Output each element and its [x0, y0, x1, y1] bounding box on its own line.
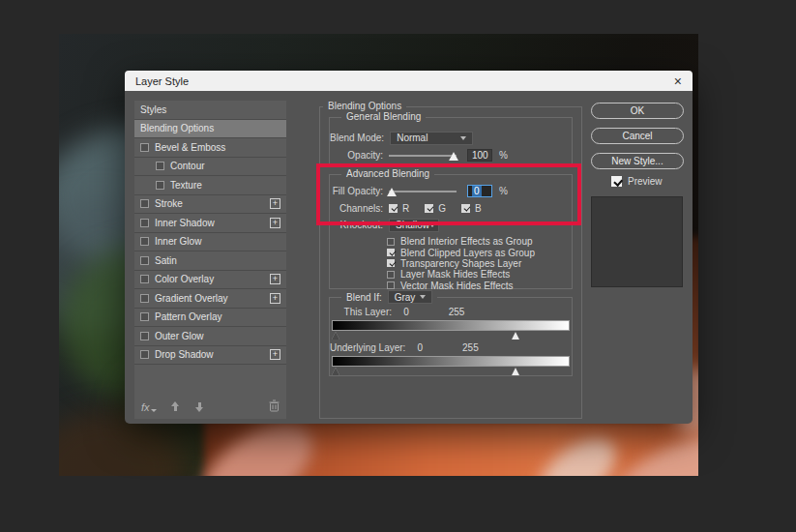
- styles-list: Styles Blending Options Bevel & Emboss C…: [134, 101, 286, 419]
- ok-button[interactable]: OK: [591, 103, 684, 119]
- preview-label: Preview: [628, 176, 663, 187]
- option-checkbox[interactable]: [387, 259, 395, 267]
- option-checkbox[interactable]: [387, 238, 395, 246]
- fx-caret-icon: [151, 409, 157, 412]
- blend-mode-label: Blend Mode:: [330, 133, 384, 143]
- sidebar-item-bevel-emboss[interactable]: Bevel & Emboss: [134, 138, 286, 158]
- dialog-titlebar[interactable]: Layer Style ×: [125, 71, 693, 91]
- sidebar-item-color-overlay[interactable]: Color Overlay +: [134, 271, 286, 290]
- this-layer-black-thumb[interactable]: [332, 332, 339, 340]
- underlying-layer-thumbs: [332, 367, 570, 376]
- underlying-layer-white-thumb[interactable]: [512, 368, 519, 375]
- sidebar-item-stroke[interactable]: Stroke +: [134, 195, 286, 215]
- chevron-down-icon: [420, 295, 426, 299]
- add-instance-icon[interactable]: +: [270, 349, 280, 360]
- cancel-button[interactable]: Cancel: [591, 128, 684, 144]
- add-instance-icon[interactable]: +: [270, 293, 280, 304]
- this-layer-label: This Layer:: [330, 307, 392, 317]
- sidebar-empty-area: [134, 365, 286, 394]
- opacity-slider[interactable]: [389, 150, 457, 162]
- this-layer-white-thumb[interactable]: [512, 332, 519, 340]
- layer-style-dialog: Layer Style × Styles Blending Options Be…: [125, 71, 693, 424]
- sidebar-item-drop-shadow[interactable]: Drop Shadow +: [134, 346, 286, 366]
- sidebar-item-contour[interactable]: Contour: [134, 158, 286, 177]
- effect-checkbox[interactable]: [140, 237, 149, 246]
- blend-if-value: Gray: [395, 292, 416, 303]
- close-icon[interactable]: ×: [674, 74, 682, 88]
- effect-checkbox[interactable]: [140, 199, 149, 208]
- percent-sign: %: [499, 150, 508, 161]
- effect-checkbox[interactable]: [140, 143, 149, 152]
- sidebar-item-inner-glow[interactable]: Inner Glow: [134, 233, 286, 252]
- fx-menu-button[interactable]: fx: [141, 401, 150, 413]
- effect-checkbox[interactable]: [156, 181, 164, 190]
- sidebar-item-gradient-overlay[interactable]: Gradient Overlay +: [134, 289, 286, 309]
- sidebar-item-satin[interactable]: Satin: [134, 251, 286, 271]
- sidebar-item-label: Satin: [155, 255, 177, 266]
- opacity-value: 100: [472, 150, 488, 161]
- sidebar-footer: fx: [134, 395, 286, 419]
- sidebar-item-label: Styles: [140, 104, 166, 115]
- sidebar-item-label: Color Overlay: [155, 274, 214, 284]
- general-blending-group: General Blending Blend Mode: Normal Opac…: [329, 117, 573, 165]
- sidebar-item-texture[interactable]: Texture: [134, 176, 286, 195]
- preview-toggle[interactable]: Preview: [611, 176, 663, 187]
- option-blend-interior[interactable]: Blend Interior Effects as Group: [387, 236, 572, 247]
- blend-if-select[interactable]: Gray: [388, 290, 432, 304]
- option-label: Transparency Shapes Layer: [400, 258, 521, 269]
- this-layer-max: 255: [442, 307, 471, 317]
- opacity-slider-thumb[interactable]: [449, 152, 458, 161]
- slider-track: [389, 155, 457, 157]
- sidebar-item-label: Pattern Overlay: [155, 311, 221, 322]
- option-label: Layer Mask Hides Effects: [400, 269, 510, 280]
- effect-checkbox[interactable]: [140, 275, 149, 283]
- opacity-label: Opacity:: [330, 150, 383, 161]
- option-layer-mask-hides[interactable]: Layer Mask Hides Effects: [387, 269, 572, 280]
- sidebar-item-outer-glow[interactable]: Outer Glow: [134, 327, 286, 346]
- move-effect-down-icon[interactable]: [194, 401, 205, 412]
- option-blend-clipped[interactable]: Blend Clipped Layers as Group: [387, 247, 572, 257]
- chevron-down-icon: [460, 136, 466, 140]
- effect-checkbox[interactable]: [140, 294, 149, 303]
- highlight-rectangle: [316, 163, 581, 225]
- this-layer-gradient-bar[interactable]: [332, 320, 570, 331]
- option-transparency-shapes[interactable]: Transparency Shapes Layer: [387, 258, 572, 269]
- add-instance-icon[interactable]: +: [270, 274, 280, 284]
- sidebar-item-label: Inner Shadow: [155, 218, 215, 228]
- sidebar-item-inner-shadow[interactable]: Inner Shadow +: [134, 214, 286, 233]
- effect-checkbox[interactable]: [140, 332, 149, 340]
- sidebar-item-label: Stroke: [155, 198, 183, 209]
- option-checkbox[interactable]: [387, 281, 395, 289]
- effect-checkbox[interactable]: [156, 162, 164, 170]
- move-effect-up-icon[interactable]: [170, 401, 181, 412]
- option-checkbox[interactable]: [387, 249, 395, 256]
- sidebar-item-pattern-overlay[interactable]: Pattern Overlay: [134, 309, 286, 328]
- new-style-button-label: New Style...: [611, 156, 663, 166]
- sidebar-item-label: Texture: [170, 180, 202, 191]
- underlying-layer-label: Underlying Layer:: [330, 342, 405, 353]
- this-layer-min: 0: [392, 307, 421, 317]
- underlying-layer-black-thumb[interactable]: [332, 368, 339, 375]
- add-instance-icon[interactable]: +: [270, 218, 280, 228]
- effect-checkbox[interactable]: [140, 350, 149, 359]
- sidebar-item-label: Blending Options: [140, 123, 214, 133]
- sidebar-item-label: Bevel & Emboss: [155, 142, 225, 153]
- preview-checkbox[interactable]: [611, 176, 622, 187]
- option-checkbox[interactable]: [387, 271, 395, 279]
- delete-effect-icon[interactable]: [269, 399, 280, 414]
- opacity-value-field[interactable]: 100: [467, 149, 492, 162]
- effect-checkbox[interactable]: [140, 256, 149, 265]
- sidebar-item-blending-options[interactable]: Blending Options: [134, 120, 286, 139]
- blend-mode-select[interactable]: Normal: [390, 132, 473, 145]
- sidebar-item-styles[interactable]: Styles: [134, 101, 286, 120]
- effect-checkbox[interactable]: [140, 312, 149, 321]
- effect-checkbox[interactable]: [140, 219, 149, 227]
- dialog-title: Layer Style: [135, 75, 189, 87]
- blend-if-group: Blend If: Gray This Layer: 0 255 Underly…: [329, 297, 573, 376]
- add-instance-icon[interactable]: +: [270, 198, 280, 209]
- sidebar-item-label: Outer Glow: [155, 331, 204, 341]
- preview-swatch: [591, 196, 683, 287]
- new-style-button[interactable]: New Style...: [591, 153, 684, 169]
- underlying-layer-gradient-bar[interactable]: [332, 356, 570, 367]
- option-label: Blend Clipped Layers as Group: [400, 248, 535, 258]
